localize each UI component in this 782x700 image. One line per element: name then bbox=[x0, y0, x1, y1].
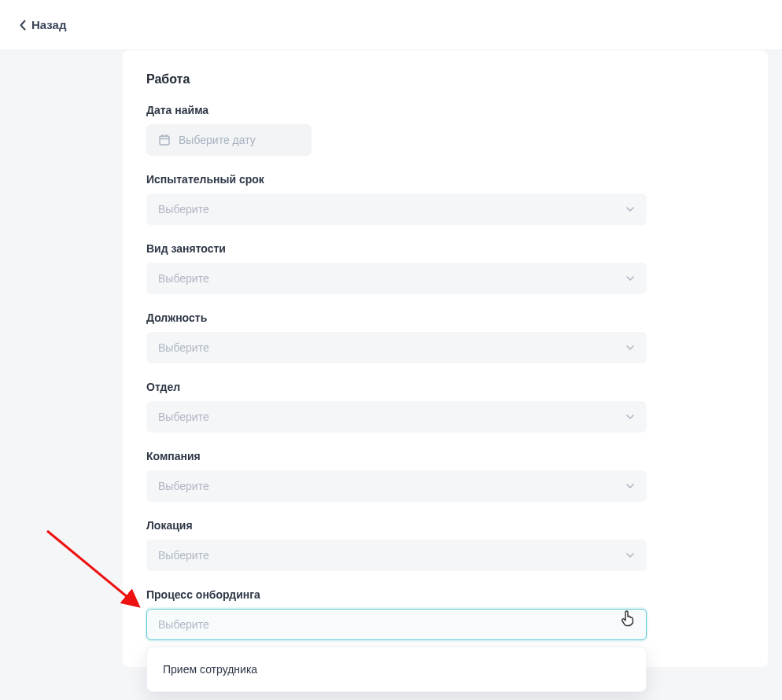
field-position: Должность Выберите bbox=[146, 311, 744, 363]
employment-type-select[interactable]: Выберите bbox=[146, 263, 647, 294]
onboarding-option[interactable]: Прием сотрудника bbox=[147, 654, 646, 685]
onboarding-dropdown-menu: Прием сотрудника bbox=[146, 647, 647, 692]
department-select[interactable]: Выберите bbox=[146, 401, 647, 433]
field-label: Процесс онбординга bbox=[146, 588, 744, 601]
content: Работа Дата найма Выберите дату bbox=[123, 50, 782, 700]
field-label: Локация bbox=[146, 519, 744, 532]
select-placeholder: Выберите bbox=[158, 618, 209, 631]
field-employment-type: Вид занятости Выберите bbox=[146, 242, 744, 294]
onboarding-select[interactable]: Выберите bbox=[146, 609, 647, 640]
section-title: Работа bbox=[146, 72, 744, 87]
select-placeholder: Выберите bbox=[158, 411, 209, 423]
hire-date-input[interactable]: Выберите дату bbox=[146, 124, 312, 156]
field-label: Дата найма bbox=[146, 104, 744, 116]
chevron-down-icon bbox=[625, 412, 635, 422]
calendar-icon bbox=[158, 134, 171, 146]
back-label: Назад bbox=[31, 18, 66, 31]
select-placeholder: Выберите bbox=[158, 341, 209, 354]
onboarding-dropdown: Выберите Прием сотрудника bbox=[146, 609, 647, 640]
chevron-down-icon bbox=[625, 481, 635, 491]
hire-date-placeholder: Выберите дату bbox=[179, 134, 256, 146]
select-placeholder: Выберите bbox=[158, 272, 209, 285]
page: Работа Дата найма Выберите дату bbox=[0, 50, 782, 700]
position-select[interactable]: Выберите bbox=[146, 332, 647, 363]
back-button[interactable]: Назад bbox=[19, 18, 66, 31]
field-label: Испытательный срок bbox=[146, 173, 744, 186]
field-probation: Испытательный срок Выберите bbox=[146, 173, 744, 225]
field-location: Локация Выберите bbox=[146, 519, 744, 571]
chevron-down-icon bbox=[625, 274, 635, 283]
probation-select[interactable]: Выберите bbox=[146, 193, 647, 225]
location-select[interactable]: Выберите bbox=[146, 540, 647, 571]
svg-rect-0 bbox=[160, 136, 169, 145]
select-placeholder: Выберите bbox=[158, 203, 209, 216]
left-gutter bbox=[0, 50, 123, 700]
chevron-down-icon bbox=[625, 204, 635, 214]
field-department: Отдел Выберите bbox=[146, 381, 744, 433]
select-placeholder: Выберите bbox=[158, 480, 209, 492]
chevron-down-icon bbox=[625, 551, 635, 560]
topbar: Назад bbox=[0, 0, 782, 50]
field-onboarding: Процесс онбординга Выберите Прием сотруд… bbox=[146, 588, 744, 640]
field-hire-date: Дата найма Выберите дату bbox=[146, 104, 744, 156]
company-select[interactable]: Выберите bbox=[146, 470, 647, 502]
field-company: Компания Выберите bbox=[146, 450, 744, 502]
chevron-down-icon bbox=[625, 620, 635, 629]
field-label: Вид занятости bbox=[146, 242, 744, 255]
chevron-down-icon bbox=[625, 343, 635, 352]
chevron-left-icon bbox=[19, 20, 27, 31]
select-placeholder: Выберите bbox=[158, 549, 209, 562]
field-label: Отдел bbox=[146, 381, 744, 393]
form-card: Работа Дата найма Выберите дату bbox=[123, 50, 768, 667]
field-label: Компания bbox=[146, 450, 744, 462]
field-label: Должность bbox=[146, 311, 744, 324]
